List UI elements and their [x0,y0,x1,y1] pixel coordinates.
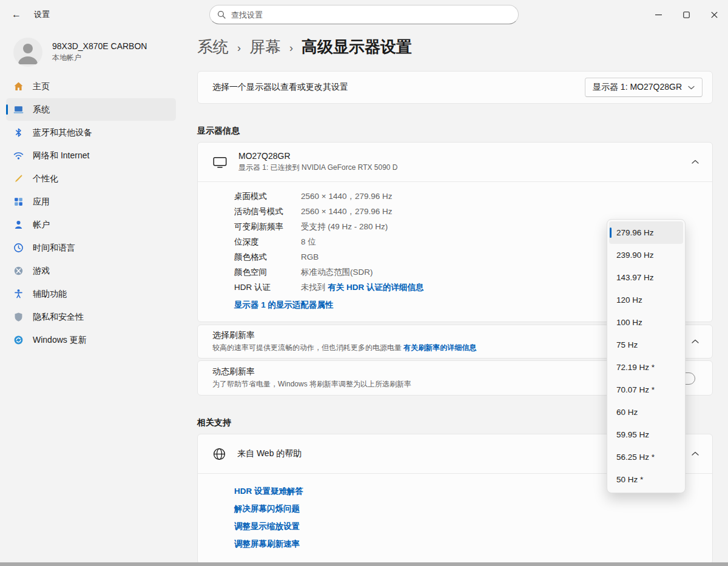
refresh-rate-subtitle: 较高的速率可提供更流畅的动作，但也消耗更多的电源电量 有关刷新率的详细信息 [212,343,476,353]
back-button[interactable]: ← [6,5,27,24]
monitor-titles: MO27Q28GR 显示器 1: 已连接到 NVIDIA GeForce RTX… [238,151,398,173]
refresh-rate-info-link[interactable]: 有关刷新率的详细信息 [403,343,476,352]
help-link-refresh[interactable]: 调整屏幕刷新速率 [234,535,698,553]
sidebar-item-label: 系统 [33,104,50,115]
flyout-option[interactable]: 143.97 Hz [609,266,683,289]
search-input[interactable] [231,10,511,19]
detail-label: 位深度 [234,237,301,248]
flyout-option[interactable]: 70.07 Hz * [609,379,683,401]
update-icon [13,335,24,345]
sidebar-item-label: Windows 更新 [33,335,87,346]
user-account-type: 本地帐户 [52,53,147,63]
sidebar-item-label: 蓝牙和其他设备 [33,127,92,138]
window-controls [644,0,728,29]
sidebar-item-time-language[interactable]: 时间和语言 [6,237,176,259]
breadcrumb-system[interactable]: 系统 [197,36,229,58]
sidebar-nav: 主页 系统 蓝牙和其他设备 网络和 Internet 个性化 应用 [0,75,182,351]
flyout-option[interactable]: 100 Hz [609,311,683,334]
home-icon [13,81,24,92]
sidebar-item-system[interactable]: 系统 [6,98,176,121]
hdr-value-prefix: 未找到 [301,283,328,292]
sidebar-item-label: 帐户 [33,220,50,231]
chevron-up-icon[interactable] [692,160,699,164]
refresh-rate-subtitle-text: 较高的速率可提供更流畅的动作，但也消耗更多的电源电量 [212,343,403,352]
help-link-scaling[interactable]: 调整显示缩放设置 [234,517,698,535]
globe-icon [212,447,226,461]
avatar [13,38,42,67]
bluetooth-icon [13,127,24,138]
detail-row: 桌面模式2560 × 1440，279.96 Hz [234,189,698,204]
sidebar-item-windows-update[interactable]: Windows 更新 [6,329,176,351]
apps-icon [13,197,24,207]
titlebar: ← 设置 [0,0,728,29]
refresh-rate-text: 选择刷新率 较高的速率可提供更流畅的动作，但也消耗更多的电源电量 有关刷新率的详… [212,330,476,353]
sidebar-item-accessibility[interactable]: 辅助功能 [6,283,176,305]
help-link-flicker[interactable]: 解决屏幕闪烁问题 [234,500,698,517]
refresh-rate-title: 选择刷新率 [212,330,476,341]
display-info-header[interactable]: MO27Q28GR 显示器 1: 已连接到 NVIDIA GeForce RTX… [198,143,712,181]
hdr-certification-link[interactable]: 有关 HDR 认证的详细信息 [328,283,423,292]
breadcrumb-separator-icon: › [237,40,241,55]
close-button[interactable] [700,0,728,29]
person-icon [13,220,24,230]
breadcrumb-separator-icon: › [289,40,293,55]
window-bottom-edge [0,562,728,566]
sidebar: 98X3D_X870E CARBON 本地帐户 主页 系统 蓝牙和其他设备 网络… [0,29,182,566]
display-select-value: 显示器 1: MO27Q28GR [593,82,682,93]
display-select-dropdown[interactable]: 显示器 1: MO27Q28GR [585,78,703,97]
maximize-button[interactable] [672,0,700,29]
flyout-option[interactable]: 279.96 Hz [609,221,683,244]
display-select-label: 选择一个显示器以查看或更改其设置 [212,82,348,93]
user-block[interactable]: 98X3D_X870E CARBON 本地帐户 [13,38,182,67]
flyout-option[interactable]: 75 Hz [609,334,683,356]
brush-icon [13,174,24,184]
sidebar-item-network[interactable]: 网络和 Internet [6,144,176,167]
breadcrumb: 系统 › 屏幕 › 高级显示器设置 [197,36,713,58]
sidebar-item-label: 主页 [33,81,50,92]
flyout-option[interactable]: 56.25 Hz * [609,446,683,468]
dynamic-refresh-text: 动态刷新率 为了帮助节省电量，Windows 将刷新率调整为以上所选刷新率 [212,366,411,389]
minimize-button[interactable] [644,0,672,29]
flyout-option[interactable]: 60 Hz [609,401,683,423]
sidebar-item-privacy[interactable]: 隐私和安全性 [6,306,176,328]
breadcrumb-display[interactable]: 屏幕 [249,36,281,58]
chevron-up-icon[interactable] [692,451,699,456]
sidebar-item-label: 应用 [33,197,50,207]
settings-window: ← 设置 98X3D_X870E CA [0,0,728,566]
app-title: 设置 [34,9,50,20]
sidebar-item-home[interactable]: 主页 [6,75,176,98]
monitor-subtitle: 显示器 1: 已连接到 NVIDIA GeForce RTX 5090 D [238,163,398,173]
accessibility-icon [13,289,24,299]
detail-value: 2560 × 1440，279.96 Hz [301,191,698,202]
flyout-option[interactable]: 59.95 Hz [609,423,683,446]
display-adapter-link[interactable]: 显示器 1 的显示适配器属性 [234,300,334,311]
flyout-option[interactable]: 239.90 Hz [609,244,683,266]
dynamic-refresh-title: 动态刷新率 [212,366,411,377]
sidebar-item-label: 时间和语言 [33,243,75,254]
flyout-option[interactable]: 120 Hz [609,289,683,311]
system-icon [13,104,24,115]
sidebar-item-accounts[interactable]: 帐户 [6,214,176,236]
search-icon [217,10,226,19]
sidebar-item-label: 隐私和安全性 [33,312,84,323]
display-select-card: 选择一个显示器以查看或更改其设置 显示器 1: MO27Q28GR [197,71,713,104]
page-title: 高级显示器设置 [302,36,412,58]
monitor-icon [212,155,228,170]
sidebar-item-label: 游戏 [33,266,50,277]
flyout-option[interactable]: 50 Hz * [609,468,683,491]
sidebar-item-gaming[interactable]: 游戏 [6,260,176,282]
flyout-option[interactable]: 72.19 Hz * [609,356,683,379]
detail-label: HDR 认证 [234,282,301,293]
refresh-rate-flyout: 279.96 Hz 239.90 Hz 143.97 Hz 120 Hz 100… [607,219,686,493]
sidebar-item-apps[interactable]: 应用 [6,190,176,213]
sidebar-item-personalization[interactable]: 个性化 [6,167,176,190]
sidebar-item-bluetooth[interactable]: 蓝牙和其他设备 [6,121,176,144]
back-arrow-icon: ← [12,9,21,20]
sidebar-item-label: 个性化 [33,174,58,184]
section-display-info: 显示器信息 [197,126,713,136]
dynamic-refresh-subtitle: 为了帮助节省电量，Windows 将刷新率调整为以上所选刷新率 [212,379,411,389]
xbox-icon [13,266,24,276]
shield-icon [13,312,24,322]
clock-icon [13,243,24,253]
refresh-rate-combobox-chevron-icon[interactable] [692,339,699,344]
